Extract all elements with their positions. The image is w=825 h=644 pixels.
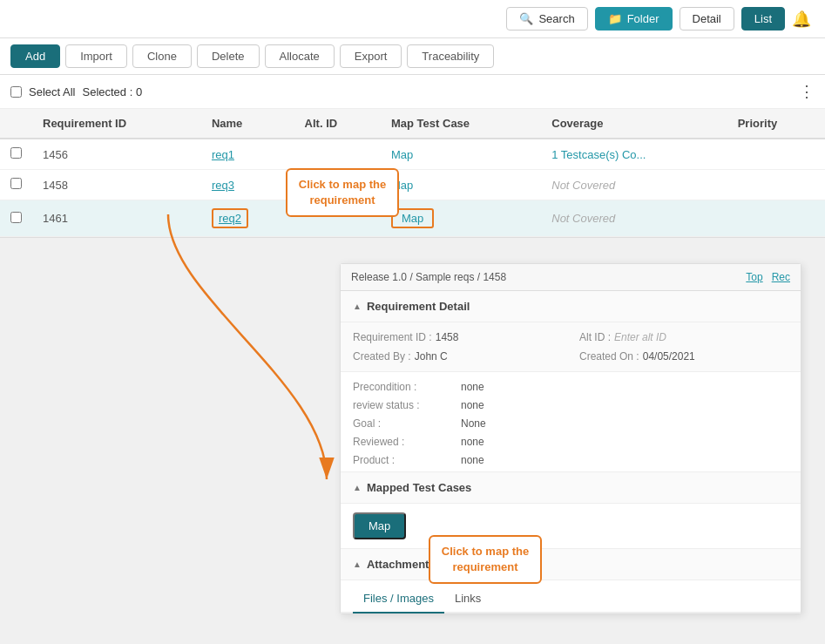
- created-on-field: Created On : 04/05/2021: [579, 350, 788, 363]
- header-name: Name: [201, 109, 294, 139]
- detail-header-links: Top Rec: [746, 271, 790, 283]
- created-on-label: Created On :: [579, 350, 639, 363]
- req-id-label: Requirement ID :: [353, 331, 432, 343]
- req-id-cell: 1461: [32, 200, 201, 237]
- precondition-value: none: [461, 381, 788, 393]
- search-label: Search: [538, 12, 574, 25]
- tooltip-map-requirement-2: Click to map the requirement: [429, 535, 542, 584]
- coverage-value: Not Covered: [551, 179, 615, 192]
- map-cell: Map: [381, 139, 541, 170]
- requirements-table: Requirement ID Name Alt. ID Map Test Cas…: [0, 109, 825, 237]
- alt-id-field: Alt ID : Enter alt ID: [579, 331, 788, 343]
- breadcrumb: Release 1.0 / Sample reqs / 1458: [351, 271, 506, 283]
- req-name-link-highlighted[interactable]: req2: [212, 208, 248, 228]
- product-value: none: [461, 454, 788, 466]
- more-options-icon[interactable]: ⋮: [799, 82, 815, 101]
- precondition-label: Precondition :: [353, 381, 457, 393]
- import-button[interactable]: Import: [65, 44, 127, 68]
- top-bar: 🔍 Search 📁 Folder Detail List 🔔: [0, 0, 825, 38]
- map-cell-highlighted: Map: [381, 200, 541, 237]
- req-id-value: 1458: [436, 331, 459, 343]
- table-header-row: Requirement ID Name Alt. ID Map Test Cas…: [0, 109, 825, 139]
- coverage-cell: 1 Testcase(s) Co...: [541, 139, 727, 170]
- mapped-test-cases-section: ▲ Mapped Test Cases Map: [341, 472, 801, 548]
- reviewed-label: Reviewed :: [353, 436, 457, 448]
- selected-count: Selected : 0: [82, 85, 142, 98]
- req-name-cell: req2: [201, 200, 294, 237]
- export-button[interactable]: Export: [340, 44, 402, 68]
- chevron-icon: ▲: [353, 302, 362, 311]
- chevron-icon: ▲: [353, 483, 362, 492]
- coverage-cell: Not Covered: [541, 170, 727, 200]
- table-row: 1461 req2 Map Not Covered: [0, 200, 825, 237]
- clone-button[interactable]: Clone: [132, 44, 192, 68]
- header-checkbox-cell: [0, 109, 32, 139]
- row-checkbox[interactable]: [10, 147, 22, 159]
- req-id-cell: 1458: [32, 170, 201, 200]
- row-checkbox-cell: [0, 139, 32, 170]
- chevron-icon: ▲: [353, 559, 362, 569]
- req-name-link[interactable]: req1: [212, 148, 234, 161]
- coverage-cell: Not Covered: [541, 200, 727, 237]
- action-bar: Add Import Clone Delete Allocate Export …: [0, 38, 825, 75]
- priority-cell: [727, 170, 825, 200]
- header-alt-id: Alt. ID: [294, 109, 381, 139]
- row-checkbox-cell: [0, 170, 32, 200]
- tab-links[interactable]: Links: [444, 587, 491, 612]
- select-all-checkbox[interactable]: [10, 86, 22, 98]
- header-map-test-case: Map Test Case: [381, 109, 541, 139]
- tab-files-images[interactable]: Files / Images: [353, 587, 444, 613]
- req-id-cell: 1456: [32, 139, 201, 170]
- attachment-section: ▲ Attachment ( 0 ) Files / Images Links: [341, 548, 801, 613]
- alt-id-label: Alt ID :: [579, 331, 611, 343]
- mapped-section-header: ▲ Mapped Test Cases: [341, 472, 801, 504]
- req-name-link[interactable]: req3: [212, 179, 234, 192]
- row-checkbox[interactable]: [10, 212, 22, 223]
- created-on-value: 04/05/2021: [643, 350, 695, 363]
- map-button[interactable]: Map: [353, 512, 406, 539]
- detail-label: Detail: [693, 12, 721, 25]
- alt-id-cell: [294, 139, 381, 170]
- tooltip-map-requirement-1: Click to map the requirement: [286, 168, 399, 217]
- add-button[interactable]: Add: [10, 44, 60, 68]
- tooltip-text-2: Click to map the requirement: [442, 545, 529, 573]
- rec-link[interactable]: Rec: [772, 271, 790, 283]
- req-name-cell: req1: [201, 139, 294, 170]
- table-row: 1458 req3 Map Not Covered: [0, 170, 825, 200]
- list-button[interactable]: List: [741, 7, 785, 31]
- delete-button[interactable]: Delete: [197, 44, 260, 68]
- detail-extra-fields: Precondition : none review status : none…: [341, 372, 801, 472]
- coverage-value: 1 Testcase(s) Co...: [551, 148, 646, 161]
- list-label: List: [754, 12, 772, 25]
- notifications-icon[interactable]: 🔔: [792, 10, 811, 29]
- goal-value: None: [461, 417, 788, 430]
- header-coverage: Coverage: [541, 109, 727, 139]
- mapped-section-label: Mapped Test Cases: [367, 481, 471, 494]
- coverage-value: Not Covered: [551, 212, 615, 225]
- allocate-button[interactable]: Allocate: [265, 44, 335, 68]
- requirements-table-area: Select All Selected : 0 ⋮ Requirement ID…: [0, 75, 825, 238]
- req-id-field: Requirement ID : 1458: [353, 331, 562, 343]
- review-status-label: review status :: [353, 399, 457, 411]
- attachment-tabs: Files / Images Links: [341, 580, 801, 613]
- traceability-button[interactable]: Traceability: [407, 44, 494, 68]
- select-all-label: Select All: [29, 85, 75, 98]
- tooltip-text-1: Click to map the requirement: [299, 178, 386, 207]
- created-by-label: Created By :: [353, 350, 411, 363]
- folder-button[interactable]: 📁 Folder: [595, 7, 673, 31]
- product-label: Product :: [353, 454, 457, 466]
- row-checkbox[interactable]: [10, 178, 22, 189]
- map-link[interactable]: Map: [391, 148, 413, 161]
- priority-cell: [727, 139, 825, 170]
- review-status-value: none: [461, 399, 788, 411]
- detail-button[interactable]: Detail: [680, 7, 734, 31]
- select-bar: Select All Selected : 0 ⋮: [0, 75, 825, 109]
- table-row: 1456 req1 Map 1 Testcase(s) Co...: [0, 139, 825, 170]
- alt-id-value: Enter alt ID: [614, 331, 666, 343]
- search-button[interactable]: 🔍 Search: [506, 7, 587, 31]
- req-name-cell: req3: [201, 170, 294, 200]
- reviewed-value: none: [461, 436, 788, 448]
- goal-label: Goal :: [353, 417, 457, 430]
- top-link[interactable]: Top: [746, 271, 762, 283]
- row-checkbox-cell: [0, 200, 32, 237]
